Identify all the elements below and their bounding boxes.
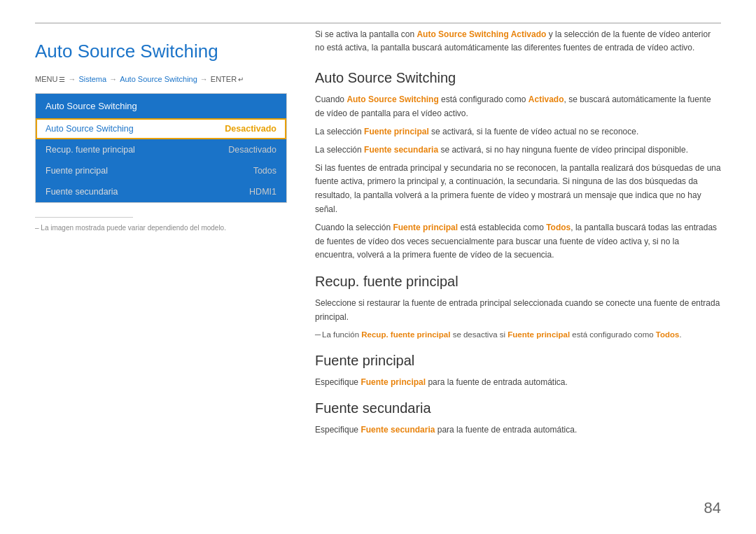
menu-item-fuente-principal[interactable]: Fuente principal Todos <box>36 160 286 181</box>
left-column: Auto Source Switching MENU ☰ → Sistema →… <box>35 28 287 513</box>
breadcrumb-menu: MENU <box>35 75 57 83</box>
menu-header: Auto Source Switching <box>36 94 286 118</box>
breadcrumb: MENU ☰ → Sistema → Auto Source Switching… <box>35 75 287 83</box>
section-title-fuente-secundaria: Fuente secundaria <box>315 400 721 416</box>
page-title: Auto Source Switching <box>35 41 287 62</box>
breadcrumb-enter-icon: ↵ <box>238 76 244 83</box>
section-title-auto: Auto Source Switching <box>315 70 721 86</box>
menu-box: Auto Source Switching Auto Source Switch… <box>35 93 287 203</box>
section-auto-source: Auto Source Switching Cuando Auto Source… <box>315 70 721 262</box>
breadcrumb-sistema[interactable]: Sistema <box>78 75 106 83</box>
page-container: Auto Source Switching MENU ☰ → Sistema →… <box>0 0 756 534</box>
footnote-rule <box>35 217 133 218</box>
menu-item-recup[interactable]: Recup. fuente principal Desactivado <box>36 139 286 160</box>
right-column: Si se activa la pantalla con Auto Source… <box>315 28 721 513</box>
right-intro: Si se activa la pantalla con Auto Source… <box>315 28 721 55</box>
section-fuente-secundaria: Fuente secundaria Especifique Fuente sec… <box>315 400 721 437</box>
menu-item-value: HDMI1 <box>249 187 276 197</box>
section-text-auto-3: La selección Fuente secundaria se activa… <box>315 143 721 157</box>
section-text-fuente-principal-1: Especifique Fuente principal para la fue… <box>315 376 721 390</box>
section-text-fuente-secundaria-1: Especifique Fuente secundaria para la fu… <box>315 423 721 437</box>
section-text-auto-4: Si las fuentes de entrada principal y se… <box>315 162 721 217</box>
menu-item-label: Fuente principal <box>46 166 108 176</box>
section-title-fuente-principal: Fuente principal <box>315 353 721 369</box>
breadcrumb-auto-source[interactable]: Auto Source Switching <box>120 75 197 83</box>
menu-item-value: Desactivado <box>225 124 276 134</box>
page-number: 84 <box>704 499 721 517</box>
breadcrumb-arrow2: → <box>109 75 117 83</box>
menu-item-label: Fuente secundaria <box>46 187 118 197</box>
breadcrumb-arrow3: → <box>200 75 208 83</box>
menu-item-value: Desactivado <box>228 145 276 155</box>
menu-item-label: Recup. fuente principal <box>46 145 135 155</box>
section-recup: Recup. fuente principal Seleccione si re… <box>315 274 721 341</box>
menu-item-auto-source[interactable]: Auto Source Switching Desactivado <box>36 118 286 139</box>
section-title-recup: Recup. fuente principal <box>315 274 721 290</box>
section-text-auto-2: La selección Fuente principal se activar… <box>315 125 721 139</box>
menu-item-label: Auto Source Switching <box>46 124 134 134</box>
breadcrumb-enter: ENTER <box>211 75 237 83</box>
footnote-text: – La imagen mostrada puede variar depend… <box>35 223 287 233</box>
breadcrumb-arrow1: → <box>68 75 76 83</box>
menu-item-value: Todos <box>253 166 276 176</box>
menu-items-list: Auto Source Switching Desactivado Recup.… <box>36 118 286 202</box>
section-text-auto-5: Cuando la selección Fuente principal est… <box>315 221 721 262</box>
section-text-auto-1: Cuando Auto Source Switching está config… <box>315 93 721 121</box>
top-rule <box>35 22 721 24</box>
section-fuente-principal: Fuente principal Especifique Fuente prin… <box>315 353 721 390</box>
section-note-recup: La función Recup. fuente principal se de… <box>315 329 721 342</box>
section-text-recup-1: Seleccione si restaurar la fuente de ent… <box>315 297 721 325</box>
intro-highlight-1: Auto Source Switching Activado <box>416 29 546 39</box>
breadcrumb-menu-icon: ☰ <box>59 76 65 83</box>
menu-item-fuente-secundaria[interactable]: Fuente secundaria HDMI1 <box>36 181 286 202</box>
